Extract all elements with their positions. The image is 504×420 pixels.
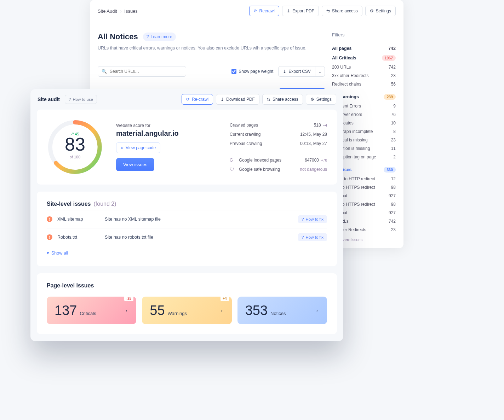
score-trend: ↗ 45	[71, 132, 79, 136]
page-level-title: Page-level issues	[47, 282, 327, 289]
breadcrumb-root[interactable]: Site Audit	[98, 8, 117, 14]
filter-all-pages-label: All pages	[332, 46, 352, 51]
score-trend-value: 45	[75, 132, 79, 136]
show-weight-checkbox[interactable]	[231, 69, 236, 74]
page-subtitle: URLs that have critical errors, warnings…	[98, 45, 325, 52]
arrow-right-icon: →	[217, 307, 224, 315]
recrawl-button[interactable]: ⟳ Recrawl	[249, 6, 279, 16]
filter-item[interactable]: 3xx other Redirects23	[332, 71, 396, 80]
settings-label: Settings	[316, 97, 332, 102]
download-icon: ⤓	[220, 97, 224, 102]
download-icon: ⤓	[283, 69, 286, 74]
export-csv-dropdown[interactable]: ⌄	[315, 66, 325, 77]
score-domain: material.angular.io	[116, 129, 208, 138]
page-title: All Notices	[98, 32, 138, 41]
learn-more-link[interactable]: ? Learn more	[143, 33, 176, 41]
export-pdf-label: Export PDF	[292, 8, 314, 13]
stat-safe-browsing: 🛡Google safe browsing not dangerous	[230, 165, 327, 174]
site-level-found: (found 2)	[94, 201, 116, 207]
issue-desc: Site has no XML sitemap file	[105, 217, 293, 222]
site-level-title: Site-level issues	[47, 201, 91, 207]
chevron-down-icon: ⌄	[318, 69, 322, 74]
question-icon: ?	[69, 97, 71, 101]
settings-button[interactable]: ⚙ Settings	[306, 94, 336, 105]
stat-previous-crawl: Prevous crawling 00:13, May 27	[230, 139, 327, 148]
show-weight-toggle[interactable]: Show page weight	[231, 69, 273, 74]
google-icon: G	[230, 158, 235, 163]
show-all-label: Show all	[51, 251, 68, 256]
settings-label: Settings	[376, 8, 391, 13]
page-level-panel: Page-level issues -25 137 Criticals → +4…	[37, 273, 337, 334]
issue-row: ! XML sitemap Site has no XML sitemap fi…	[47, 210, 327, 228]
how-to-fix-button[interactable]: ? How to fix	[298, 233, 327, 241]
notices-badge: 360	[384, 167, 396, 173]
settings-button[interactable]: ⚙ Settings	[365, 6, 396, 16]
refresh-icon: ⟳	[254, 8, 257, 13]
filter-item[interactable]: Redirect chains56	[332, 80, 396, 88]
warnings-badge: 239	[384, 94, 396, 100]
criticals-count: 137	[55, 303, 77, 318]
gear-icon: ⚙	[310, 97, 314, 102]
share-access-button[interactable]: ⇆ Share access	[262, 94, 303, 105]
recrawl-button[interactable]: ⟳ Re-crawl	[182, 94, 213, 105]
shield-icon: 🛡	[230, 167, 235, 172]
arrow-right-icon: →	[312, 307, 319, 315]
learn-more-label: Learn more	[150, 34, 172, 39]
warnings-count: 55	[150, 303, 165, 318]
stat-crawled: Crawled pages 518+4	[230, 121, 327, 130]
notices-tile[interactable]: 353 Notices →	[237, 297, 327, 324]
criticals-label: Criticals	[80, 311, 96, 316]
chevron-right-icon: ›	[120, 8, 121, 14]
search-input[interactable]	[110, 69, 182, 74]
site-level-panel: Site-level issues (found 2) ! XML sitema…	[37, 192, 337, 266]
issue-name: Robots.txt	[57, 235, 100, 240]
alert-icon: !	[47, 216, 52, 222]
question-icon: ?	[302, 235, 304, 239]
criticals-delta: -25	[124, 296, 133, 301]
how-to-use-label: How to use	[73, 97, 93, 101]
back-header: Site Audit › Issues ⟳ Recrawl ⤓ Export P…	[90, 0, 403, 22]
site-audit-card: Site audit ? How to use ⟳ Re-crawl ⤓ Dow…	[30, 89, 343, 341]
warnings-label: Warnings	[168, 311, 187, 316]
stats-column: Crawled pages 518+4 Current crawling 12:…	[221, 121, 327, 174]
score-panel: ↗ 45 83 of 100 Website score for materia…	[37, 110, 337, 185]
share-icon: ⇆	[267, 97, 270, 102]
search-input-wrap: 🔍	[98, 66, 186, 77]
recrawl-label: Re-crawl	[192, 97, 208, 102]
front-title: Site audit	[38, 97, 60, 102]
question-icon: ?	[147, 34, 149, 39]
filter-criticals-label: All Criticals	[332, 56, 356, 60]
view-page-code-button[interactable]: ‹› View page code	[116, 142, 160, 153]
criticals-badge: 1967	[382, 55, 396, 61]
question-icon: ?	[302, 217, 304, 221]
score-gauge: ↗ 45 83 of 100	[47, 119, 103, 175]
how-to-use-button[interactable]: ? How to use	[65, 95, 97, 104]
export-csv-button[interactable]: ⤓ Export CSV	[278, 66, 315, 77]
share-access-button[interactable]: ⇆ Share access	[322, 6, 362, 16]
filter-item[interactable]: 200 URLs742	[332, 63, 396, 71]
filter-all-pages-count: 742	[388, 46, 396, 51]
show-all-button[interactable]: ▾ Show all	[47, 246, 327, 257]
download-pdf-button[interactable]: ⤓ Download PDF	[216, 94, 259, 105]
view-code-label: View page code	[126, 145, 156, 150]
gear-icon: ⚙	[370, 8, 374, 13]
view-issues-button[interactable]: View issues	[116, 158, 154, 171]
breadcrumb-current: Issues	[124, 8, 138, 14]
issue-row: ! Robots.txt Site has no robots.txt file…	[47, 228, 327, 246]
search-icon: 🔍	[102, 69, 107, 74]
share-icon: ⇆	[326, 8, 330, 13]
arrow-right-icon: →	[121, 307, 128, 315]
filter-criticals[interactable]: All Criticals 1967	[332, 53, 396, 63]
recrawl-label: Recrawl	[259, 8, 275, 13]
criticals-tile[interactable]: -25 137 Criticals →	[47, 297, 136, 324]
download-pdf-label: Download PDF	[226, 97, 255, 102]
issue-name: XML sitemap	[57, 217, 100, 222]
code-icon: ‹›	[121, 145, 124, 150]
breadcrumb: Site Audit › Issues	[98, 8, 138, 14]
score-label: Website score for	[116, 123, 208, 128]
export-pdf-button[interactable]: ⤓ Export PDF	[282, 6, 319, 16]
stat-indexed: GGoogle indexed pages 647000+70	[230, 156, 327, 165]
warnings-tile[interactable]: +4 55 Warnings →	[142, 297, 231, 324]
how-to-fix-button[interactable]: ? How to fix	[298, 215, 327, 223]
filter-all-pages[interactable]: All pages 742	[332, 44, 396, 53]
